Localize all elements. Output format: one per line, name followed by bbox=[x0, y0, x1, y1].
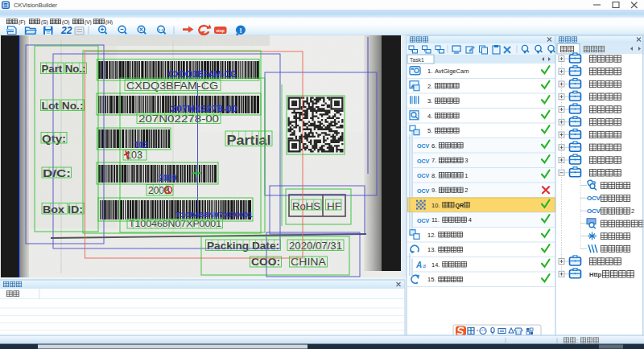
svg-text:OCV: OCV bbox=[417, 187, 429, 195]
svg-text:6.: 6. bbox=[431, 142, 436, 150]
svg-text:OCV: OCV bbox=[417, 158, 429, 165]
svg-text:8.: 8. bbox=[431, 172, 436, 179]
svg-text:OCV: OCV bbox=[587, 207, 601, 215]
svg-text:5.: 5. bbox=[427, 127, 432, 134]
svg-text:2: 2 bbox=[631, 207, 634, 215]
svg-text:1: 1 bbox=[464, 172, 468, 179]
svg-text:(F): (F) bbox=[19, 19, 25, 26]
svg-text:Task1: Task1 bbox=[410, 57, 424, 63]
svg-text:A: A bbox=[415, 261, 422, 269]
svg-text:1.: 1. bbox=[427, 68, 432, 75]
svg-text:OCV: OCV bbox=[417, 172, 429, 179]
svg-text:4.: 4. bbox=[427, 113, 432, 120]
svg-text:stop: stop bbox=[216, 28, 225, 33]
svg-text:OCV: OCV bbox=[417, 217, 429, 224]
svg-text:2: 2 bbox=[464, 187, 468, 194]
svg-text:13.: 13. bbox=[427, 246, 436, 253]
svg-text:Http: Http bbox=[589, 271, 601, 278]
svg-text:a: a bbox=[423, 263, 426, 269]
svg-text:': ' bbox=[477, 328, 478, 335]
svg-text:7.: 7. bbox=[431, 157, 436, 164]
svg-text:9.: 9. bbox=[431, 187, 436, 194]
svg-text:1:1: 1:1 bbox=[159, 28, 164, 32]
svg-text:10.: 10. bbox=[431, 202, 440, 209]
svg-text:(S): (S) bbox=[41, 19, 48, 26]
svg-text:4: 4 bbox=[469, 216, 472, 224]
svg-text:3.: 3. bbox=[427, 97, 432, 105]
svg-text:22: 22 bbox=[60, 25, 72, 36]
svg-text:15.: 15. bbox=[427, 276, 436, 283]
svg-text:OCV: OCV bbox=[417, 142, 429, 150]
svg-text:(H): (H) bbox=[105, 19, 113, 26]
svg-text:QR: QR bbox=[456, 203, 464, 209]
svg-text:OCV: OCV bbox=[587, 195, 601, 202]
svg-text:2.: 2. bbox=[427, 83, 432, 90]
svg-text:3: 3 bbox=[464, 157, 468, 164]
svg-text:!: ! bbox=[240, 27, 242, 35]
svg-text:AvtGigeCam: AvtGigeCam bbox=[435, 68, 469, 75]
svg-text::: : bbox=[576, 338, 578, 343]
svg-text:(V): (V) bbox=[85, 19, 92, 26]
svg-text:12.: 12. bbox=[427, 232, 436, 239]
svg-text:11.: 11. bbox=[431, 216, 440, 224]
svg-text:CKVisionBuilder: CKVisionBuilder bbox=[14, 2, 58, 9]
svg-text:NEW: NEW bbox=[7, 29, 14, 32]
svg-text:14.: 14. bbox=[431, 261, 440, 269]
